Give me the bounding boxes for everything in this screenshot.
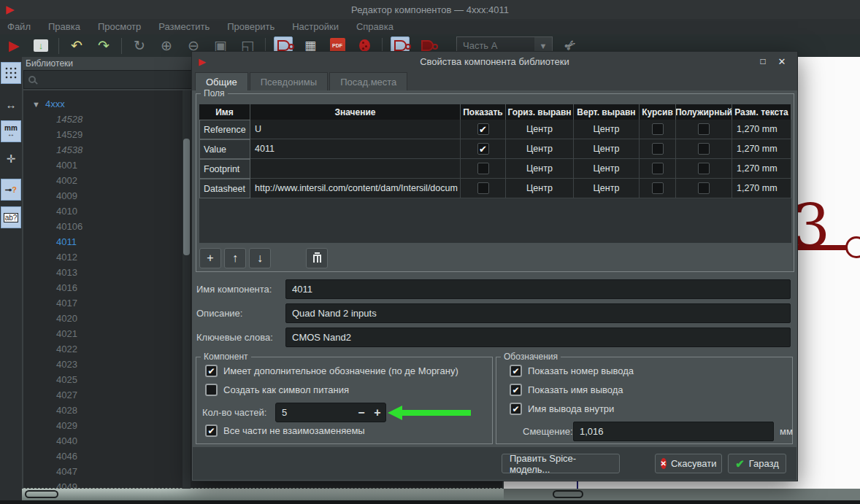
ok-button[interactable]: ✔ Гаразд [728, 454, 786, 473]
cell-show[interactable] [461, 159, 506, 179]
table-checkbox[interactable] [652, 143, 664, 155]
cell-halign[interactable]: Центр [506, 120, 574, 139]
power-symbol-checkbox-row[interactable]: Создать как символ питания [205, 384, 349, 396]
description-input[interactable] [285, 303, 791, 323]
column-header[interactable]: Показать [461, 104, 506, 120]
expander-triangle-icon[interactable]: ▼ [32, 100, 45, 109]
menu-item-Настройки[interactable]: Настройки [292, 21, 339, 32]
table-checkbox[interactable] [652, 182, 664, 194]
delete-field-button[interactable] [306, 248, 328, 268]
show-pin-number-checkbox-row[interactable]: Показать номер вывода [510, 365, 634, 377]
cell-show[interactable] [461, 139, 506, 159]
cell-value[interactable]: U [250, 120, 461, 139]
table-checkbox[interactable] [698, 163, 710, 174]
show-pin-name-checkbox-row[interactable]: Показать имя вывода [510, 384, 623, 396]
scrollbar-thumb[interactable] [25, 490, 58, 498]
table-checkbox[interactable] [477, 143, 489, 155]
cell-name[interactable]: Value [199, 139, 250, 159]
tab-footprints[interactable]: Посад.места [329, 72, 407, 90]
zoom-in-button[interactable]: ⊕ [157, 36, 176, 55]
tree-horizontal-scrollbar[interactable] [22, 489, 504, 500]
cell-value[interactable] [250, 159, 461, 179]
canvas-horizontal-scrollbar[interactable] [504, 489, 860, 500]
column-header[interactable]: Имя [199, 104, 250, 120]
cell-bold[interactable] [676, 120, 732, 139]
cell-italic[interactable] [640, 120, 676, 139]
table-checkbox[interactable] [477, 123, 489, 135]
table-checkbox[interactable] [477, 182, 489, 194]
column-header[interactable]: Курсив [640, 104, 676, 120]
units-mm-button[interactable]: mm↔ [1, 120, 21, 142]
dialog-titlebar[interactable]: ▶ Свойства компонента библиотеки □ ✕ [192, 52, 797, 71]
cell-name[interactable]: Datasheet [199, 179, 250, 198]
checkbox[interactable] [510, 403, 522, 415]
cell-size[interactable]: 1,270 mm [732, 139, 791, 159]
interchangeable-checkbox-row[interactable]: Все части не взаимозаменяемы [205, 424, 365, 437]
checkbox[interactable] [510, 365, 522, 377]
add-field-button[interactable]: + [199, 248, 221, 268]
cancel-button[interactable]: ✕ Скасувати [655, 454, 722, 473]
cell-value[interactable]: 4011 [250, 139, 461, 159]
keywords-input[interactable] [285, 327, 791, 347]
move-field-down-button[interactable]: ↓ [249, 248, 271, 268]
cell-halign[interactable]: Центр [506, 139, 574, 159]
table-checkbox[interactable] [698, 123, 710, 135]
close-button[interactable]: ✕ [775, 55, 788, 68]
cell-name[interactable]: Footprint [199, 159, 250, 179]
checkbox[interactable] [205, 365, 218, 377]
maximize-button[interactable]: □ [756, 55, 769, 68]
refresh-button[interactable]: ↻ [130, 36, 149, 55]
cell-name[interactable]: Reference [199, 120, 250, 139]
cell-valign[interactable]: Центр [574, 159, 640, 179]
show-pin-electrical-type-button[interactable]: ⊸? [1, 179, 21, 201]
edit-spice-model-button[interactable]: Править Spice-модель... [502, 454, 620, 473]
cell-italic[interactable] [640, 139, 676, 159]
component-name-input[interactable] [285, 279, 791, 299]
cell-show[interactable] [461, 120, 506, 139]
cell-italic[interactable] [640, 159, 676, 179]
spinner-increment-button[interactable]: + [369, 406, 385, 419]
menu-item-Проверить[interactable]: Проверить [227, 21, 274, 32]
menu-item-Разместить[interactable]: Разместить [158, 21, 210, 32]
menu-item-Файл[interactable]: Файл [7, 21, 31, 32]
table-checkbox[interactable] [652, 123, 664, 135]
grid-toggle-button[interactable] [1, 62, 21, 84]
pin-name-inside-checkbox-row[interactable]: Имя вывода внутри [510, 403, 614, 415]
show-hidden-text-button[interactable]: ab? [1, 206, 21, 228]
cell-bold[interactable] [676, 179, 732, 198]
cell-size[interactable]: 1,270 mm [732, 179, 791, 198]
cell-bold[interactable] [676, 139, 732, 159]
cell-valign[interactable]: Центр [574, 139, 640, 159]
units-count-spinner[interactable]: 5 − + [275, 403, 386, 422]
offset-input[interactable] [573, 422, 774, 441]
table-checkbox[interactable] [477, 163, 489, 174]
cell-italic[interactable] [640, 179, 676, 198]
tree-vertical-scrollbar[interactable] [183, 90, 191, 489]
cell-valign[interactable]: Центр [574, 179, 640, 198]
cell-value[interactable]: http://www.intersil.com/content/dam/Inte… [250, 179, 461, 198]
scrollbar-thumb[interactable] [553, 490, 583, 498]
cell-halign[interactable]: Центр [506, 159, 574, 179]
checkbox[interactable] [205, 424, 218, 437]
column-header[interactable]: Гориз. выравн [506, 104, 574, 120]
cell-bold[interactable] [676, 159, 732, 179]
cell-show[interactable] [461, 179, 506, 198]
column-header[interactable]: Значение [250, 104, 461, 120]
column-header[interactable]: Верт. выравн [574, 104, 640, 120]
scrollbar-thumb[interactable] [183, 139, 190, 255]
units-inch-button[interactable]: ↔ [1, 93, 21, 115]
column-header[interactable]: Полужирный [676, 104, 732, 120]
table-checkbox[interactable] [698, 182, 710, 194]
menu-item-Справка[interactable]: Справка [356, 21, 393, 32]
checkbox[interactable] [510, 384, 522, 396]
cell-size[interactable]: 1,270 mm [732, 120, 791, 139]
redo-button[interactable]: ↷ [94, 36, 113, 55]
cell-valign[interactable]: Центр [574, 120, 640, 139]
units-count-value[interactable]: 5 [276, 407, 353, 418]
cursor-shape-button[interactable]: ✛ [1, 148, 21, 170]
save-library-button[interactable]: ↓ [31, 36, 50, 55]
demorgan-checkbox-row[interactable]: Имеет дополнительное обозначение (по де … [205, 365, 458, 377]
menu-item-Просмотр[interactable]: Просмотр [98, 21, 141, 32]
cell-size[interactable]: 1,270 mm [732, 159, 791, 179]
menu-item-Правка[interactable]: Правка [48, 21, 80, 32]
